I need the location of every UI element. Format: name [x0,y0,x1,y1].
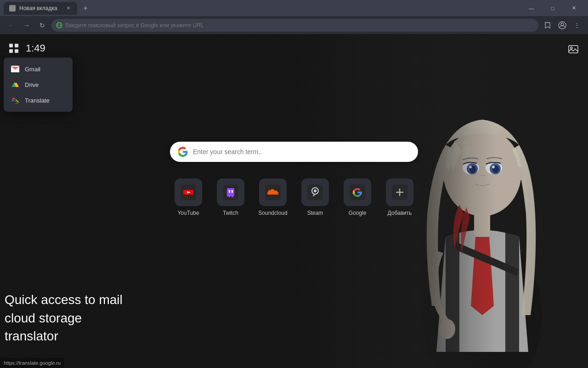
tab-favicon [9,5,16,12]
minimize-button[interactable]: — [521,0,542,16]
maximize-button[interactable]: □ [542,0,563,16]
translate-label: Translate [25,97,50,104]
twitch-shortcut-icon [217,178,244,206]
quick-access-line-2: cloud storage [5,309,123,327]
steam-shortcut-icon [301,178,329,206]
google-logo-icon [177,146,188,157]
svg-rect-25 [15,49,18,53]
reload-button[interactable]: ↻ [36,19,49,32]
add-shortcut-icon [386,178,413,206]
close-button[interactable]: ✕ [563,0,584,16]
clock-display: 1:49 [26,42,45,54]
forward-button[interactable]: → [20,19,33,32]
new-tab-button[interactable]: + [79,2,92,15]
svg-rect-31 [569,46,578,53]
customize-background-button[interactable] [566,42,581,57]
drive-label: Drive [25,81,39,88]
search-input[interactable] [193,148,411,155]
back-button[interactable]: ← [5,19,17,32]
search-container [170,142,418,162]
quick-access-line-1: Quick access to mail [5,291,123,309]
shortcut-google[interactable]: Google [339,178,376,216]
svg-rect-36 [232,190,233,193]
tab-title: Новая вкладка [19,5,57,12]
drive-menu-item[interactable]: Drive [4,77,73,92]
add-label: Добавить [387,210,412,216]
tab-close-button[interactable]: ✕ [65,5,72,12]
profile-button[interactable] [556,19,569,32]
nav-actions: ⋮ [541,19,583,32]
address-bar-icon [56,22,62,29]
address-input[interactable] [65,22,534,29]
menu-button[interactable]: ⋮ [571,19,583,32]
shortcut-steam[interactable]: Steam [297,178,334,216]
shortcut-soundcloud[interactable]: Soundcloud [254,178,291,216]
svg-point-40 [314,190,317,192]
browser-frame: Новая вкладка ✕ + — □ ✕ ← → ↻ [0,0,588,368]
twitch-label: Twitch [223,210,238,216]
svg-point-32 [571,47,572,49]
translate-menu-item[interactable]: A 文 Translate [4,92,73,108]
quick-access-text: Quick access to mail cloud storage trans… [5,291,123,345]
search-bar[interactable] [170,142,418,162]
steam-label: Steam [307,210,323,216]
bookmark-button[interactable] [541,19,554,32]
shortcut-youtube[interactable]: YouTube [170,178,207,216]
svg-rect-23 [15,44,18,47]
shortcut-twitch[interactable]: Twitch [212,178,249,216]
svg-point-4 [561,23,564,26]
google-shortcut-icon [344,178,371,206]
svg-rect-22 [9,44,13,47]
gmail-menu-item[interactable]: Gmail [4,61,73,77]
nav-bar: ← → ↻ [0,16,588,34]
browser-tab[interactable]: Новая вкладка ✕ [4,2,77,15]
apps-dropdown: Gmail Drive A 文 [4,58,73,112]
address-bar[interactable] [51,19,538,32]
status-url: https://translate.google.ru [4,360,61,366]
shortcut-add[interactable]: Добавить [381,178,418,216]
status-bar: https://translate.google.ru [0,358,64,368]
soundcloud-label: Soundcloud [258,210,287,216]
quick-access-line-3: translator [5,327,123,345]
shortcuts-container: YouTube Twitch [170,178,418,216]
youtube-shortcut-icon [175,178,202,206]
title-bar: Новая вкладка ✕ + — □ ✕ [0,0,588,16]
google-label: Google [349,210,367,216]
youtube-label: YouTube [177,210,199,216]
window-controls: — □ ✕ [521,0,584,16]
top-controls: 1:49 [7,42,45,55]
soundcloud-shortcut-icon [259,178,287,206]
svg-rect-24 [9,49,13,53]
page-content: 1:49 Gmail [0,34,588,368]
grid-button[interactable] [7,42,20,55]
gmail-label: Gmail [25,66,40,73]
svg-rect-35 [229,190,230,193]
